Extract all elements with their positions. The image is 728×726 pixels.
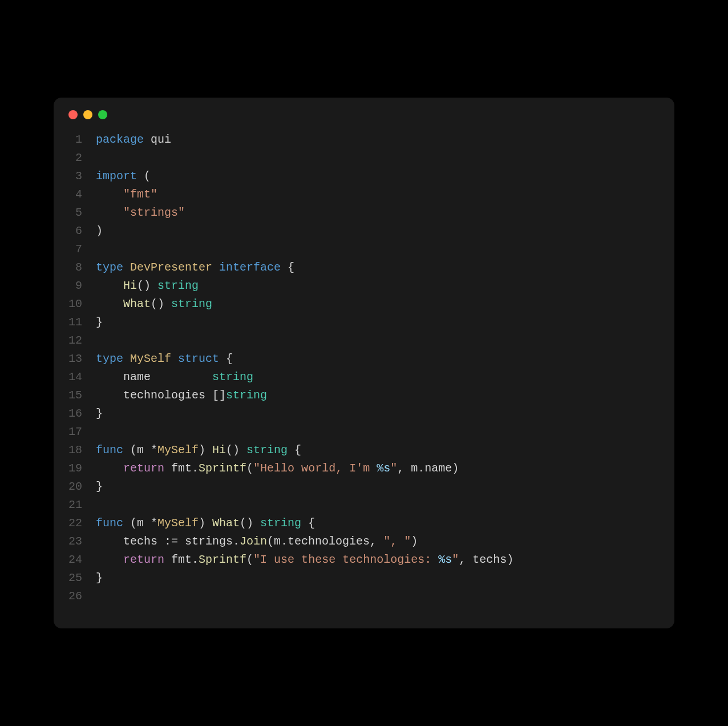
token-fn: Sprintf — [199, 462, 246, 475]
line-content[interactable]: package qui — [96, 131, 171, 149]
code-line[interactable]: 5 "strings" — [68, 204, 660, 222]
line-content[interactable]: return fmt.Sprintf("Hello world, I'm %s"… — [96, 459, 459, 478]
code-line[interactable]: 1package qui — [68, 131, 660, 149]
line-content[interactable] — [96, 149, 103, 167]
line-number: 17 — [68, 423, 96, 441]
line-content[interactable]: } — [96, 478, 103, 496]
line-content[interactable]: } — [96, 405, 103, 423]
token-punct: } — [96, 316, 103, 329]
code-line[interactable]: 12 — [68, 332, 660, 350]
code-line[interactable]: 18func (m *MySelf) Hi() string { — [68, 441, 660, 459]
line-content[interactable]: type MySelf struct { — [96, 350, 233, 368]
code-line[interactable]: 15 technologies []string — [68, 386, 660, 405]
token-fn: Sprintf — [199, 553, 246, 566]
token-ident: name — [123, 370, 151, 384]
close-icon[interactable] — [68, 110, 78, 119]
code-line[interactable]: 22func (m *MySelf) What() string { — [68, 514, 660, 533]
token-typ: string — [260, 517, 301, 530]
code-line[interactable]: 19 return fmt.Sprintf("Hello world, I'm … — [68, 459, 660, 478]
line-content[interactable]: "strings" — [96, 204, 185, 222]
line-content[interactable]: Hi() string — [96, 277, 199, 295]
code-line[interactable]: 7 — [68, 240, 660, 259]
line-number: 18 — [68, 441, 96, 459]
token-str: "strings" — [123, 206, 185, 219]
line-number: 8 — [68, 259, 96, 277]
maximize-icon[interactable] — [98, 110, 107, 119]
code-line[interactable]: 17 — [68, 423, 660, 441]
line-content[interactable]: import ( — [96, 167, 151, 185]
line-content[interactable]: return fmt.Sprintf("I use these technolo… — [96, 551, 513, 569]
token-kw: struct — [178, 352, 219, 365]
code-line[interactable]: 11} — [68, 313, 660, 332]
token-typ: string — [226, 389, 267, 402]
line-content[interactable] — [96, 496, 103, 514]
code-line[interactable]: 16} — [68, 405, 660, 423]
code-editor[interactable]: 1package qui2 3import (4 "fmt"5 "strings… — [54, 125, 674, 628]
token-punct: ) — [199, 517, 212, 530]
token-punct — [96, 279, 123, 292]
line-content[interactable] — [96, 423, 103, 441]
code-line[interactable]: 26 — [68, 587, 660, 606]
titlebar — [54, 98, 674, 125]
code-line[interactable]: 2 — [68, 149, 660, 167]
line-number: 11 — [68, 313, 96, 332]
token-punct: } — [96, 571, 103, 584]
code-window: 1package qui2 3import (4 "fmt"5 "strings… — [54, 98, 674, 628]
token-punct — [96, 462, 123, 475]
token-typ: string — [212, 370, 253, 384]
token-ident: fmt — [171, 462, 192, 475]
token-kw: func — [96, 443, 123, 457]
token-punct: ) — [411, 535, 418, 548]
code-line[interactable]: 4 "fmt" — [68, 185, 660, 204]
line-content[interactable] — [96, 240, 103, 259]
code-line[interactable]: 10 What() string — [68, 295, 660, 313]
token-str: ", " — [383, 535, 411, 548]
line-content[interactable] — [96, 332, 103, 350]
token-punct: ) — [96, 224, 103, 237]
line-content[interactable]: technologies []string — [96, 386, 267, 405]
code-line[interactable]: 23 techs := strings.Join(m.technologies,… — [68, 533, 660, 551]
token-punct: ( — [246, 553, 253, 566]
line-content[interactable]: } — [96, 313, 103, 332]
code-line[interactable]: 8type DevPresenter interface { — [68, 259, 660, 277]
line-content[interactable]: func (m *MySelf) Hi() string { — [96, 441, 301, 459]
line-content[interactable] — [96, 587, 103, 606]
token-punct — [96, 206, 123, 219]
token-kw: type — [96, 261, 123, 274]
code-line[interactable]: 21 — [68, 496, 660, 514]
line-content[interactable]: What() string — [96, 295, 212, 313]
line-number: 14 — [68, 368, 96, 386]
line-content[interactable]: type DevPresenter interface { — [96, 259, 294, 277]
line-number: 5 — [68, 204, 96, 222]
token-punct: { — [219, 352, 233, 365]
line-content[interactable]: func (m *MySelf) What() string { — [96, 514, 315, 533]
token-punct: . — [192, 553, 199, 566]
line-number: 25 — [68, 569, 96, 587]
token-punct: () — [137, 279, 157, 292]
token-ph: %s — [377, 462, 390, 475]
code-line[interactable]: 25} — [68, 569, 660, 587]
token-punct — [96, 370, 123, 384]
line-content[interactable]: } — [96, 569, 103, 587]
token-typname: MySelf — [130, 352, 171, 365]
line-content[interactable]: name string — [96, 368, 253, 386]
code-line[interactable]: 6) — [68, 222, 660, 240]
code-line[interactable]: 9 Hi() string — [68, 277, 660, 295]
code-line[interactable]: 14 name string — [68, 368, 660, 386]
token-fn: Join — [240, 535, 267, 548]
code-line[interactable]: 3import ( — [68, 167, 660, 185]
token-punct: } — [96, 407, 103, 420]
code-line[interactable]: 13type MySelf struct { — [68, 350, 660, 368]
line-number: 24 — [68, 551, 96, 569]
line-content[interactable]: "fmt" — [96, 185, 157, 204]
code-line[interactable]: 24 return fmt.Sprintf("I use these techn… — [68, 551, 660, 569]
code-line[interactable]: 20} — [68, 478, 660, 496]
token-typ: string — [157, 279, 199, 292]
line-number: 16 — [68, 405, 96, 423]
token-punct — [96, 553, 123, 566]
line-number: 15 — [68, 386, 96, 405]
line-content[interactable]: techs := strings.Join(m.technologies, ",… — [96, 533, 418, 551]
minimize-icon[interactable] — [83, 110, 92, 119]
token-punct — [123, 352, 130, 365]
line-content[interactable]: ) — [96, 222, 103, 240]
